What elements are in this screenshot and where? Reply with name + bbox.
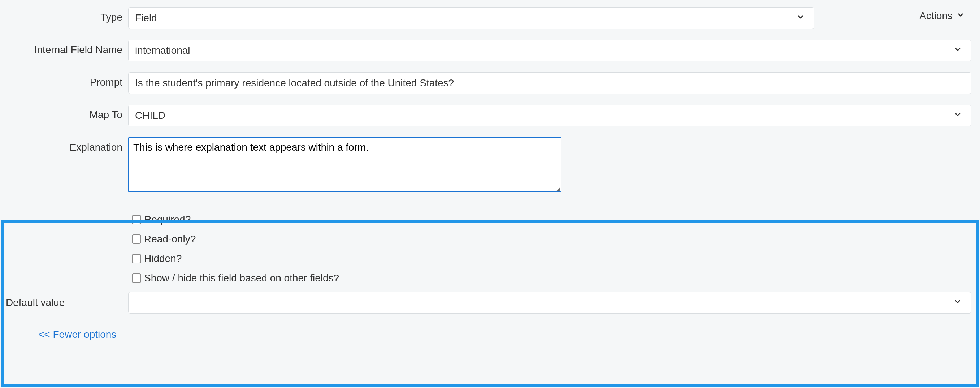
- internal-field-name-label: Internal Field Name: [0, 40, 128, 56]
- resize-handle-icon[interactable]: [554, 184, 560, 191]
- actions-label: Actions: [920, 10, 953, 22]
- hidden-label: Hidden?: [144, 253, 181, 265]
- type-select[interactable]: Field: [128, 7, 814, 29]
- chevron-down-icon: [956, 10, 965, 22]
- chevron-down-icon: [953, 297, 962, 309]
- show-hide-label: Show / hide this field based on other fi…: [144, 272, 339, 284]
- prompt-input[interactable]: Is the student's primary residence locat…: [128, 72, 971, 94]
- required-label: Required?: [144, 214, 191, 225]
- explanation-value: This is where explanation text appears w…: [133, 142, 369, 153]
- prompt-value: Is the student's primary residence locat…: [135, 77, 454, 89]
- prompt-label: Prompt: [0, 72, 128, 88]
- internal-field-name-value: international: [135, 45, 190, 56]
- actions-dropdown[interactable]: Actions: [920, 10, 965, 22]
- fewer-options-link[interactable]: << Fewer options: [0, 329, 116, 340]
- explanation-label: Explanation: [0, 137, 128, 153]
- required-checkbox[interactable]: [132, 215, 141, 224]
- text-cursor: [369, 143, 369, 153]
- readonly-label: Read-only?: [144, 233, 196, 245]
- chevron-down-icon: [953, 110, 962, 122]
- type-label: Type: [0, 7, 128, 23]
- internal-field-name-select[interactable]: international: [128, 40, 971, 61]
- default-value-select[interactable]: [128, 292, 971, 314]
- default-value-label: Default value: [0, 297, 128, 308]
- map-to-value: CHILD: [135, 110, 165, 121]
- map-to-label: Map To: [0, 105, 128, 121]
- hidden-checkbox[interactable]: [132, 254, 141, 263]
- readonly-checkbox[interactable]: [132, 235, 141, 244]
- type-value: Field: [135, 12, 157, 24]
- map-to-select[interactable]: CHILD: [128, 105, 971, 126]
- svg-line-0: [555, 188, 560, 192]
- explanation-textarea[interactable]: This is where explanation text appears w…: [128, 137, 562, 192]
- chevron-down-icon: [796, 12, 805, 24]
- show-hide-checkbox[interactable]: [132, 273, 141, 283]
- chevron-down-icon: [953, 45, 962, 57]
- svg-line-1: [557, 190, 560, 192]
